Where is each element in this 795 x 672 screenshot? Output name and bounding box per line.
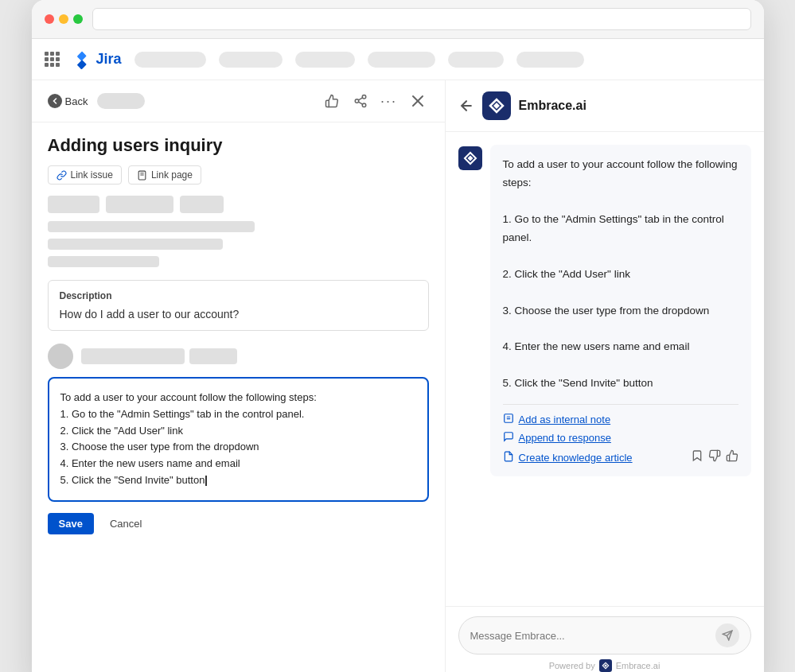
close-dot[interactable] xyxy=(45,14,54,24)
ai-response-step-2: 2. Click the "Add User" link xyxy=(60,425,183,437)
response-actions: Save Cancel xyxy=(48,513,429,534)
maximize-dot[interactable] xyxy=(73,14,83,24)
meta-row-2 xyxy=(48,239,223,250)
chat-input-area: Powered by Embrace.ai xyxy=(446,606,764,672)
left-panel: Back ··· xyxy=(32,80,446,672)
meta-row-3 xyxy=(48,256,159,267)
share-icon xyxy=(353,94,368,108)
append-response-button[interactable]: Append to response xyxy=(503,431,738,445)
commenter-avatar xyxy=(48,344,73,369)
chat-header: Embrace.ai xyxy=(446,80,764,132)
send-icon xyxy=(722,630,733,641)
chat-messages: To add a user to your account follow the… xyxy=(446,132,764,606)
ai-bot-icon xyxy=(458,146,482,170)
jira-logo-text: Jira xyxy=(96,51,122,68)
meta-pills xyxy=(48,196,429,213)
description-label: Description xyxy=(60,290,417,301)
close-icon xyxy=(411,95,424,107)
comment-pills xyxy=(81,344,237,369)
thumbs-up-button[interactable] xyxy=(321,90,343,112)
nav-item-3[interactable] xyxy=(295,52,355,68)
article-icon-svg xyxy=(503,451,514,462)
breadcrumb-pill xyxy=(97,93,145,109)
ai-response-intro: To add a user to your account follow the… xyxy=(60,391,317,403)
bookmark-button[interactable] xyxy=(691,449,703,465)
powered-by-row: Powered by Embrace.ai xyxy=(458,655,751,672)
ai-response-step-1: 1. Go to the "Admin Settings" tab in the… xyxy=(60,408,305,420)
meta-pill-3 xyxy=(180,196,224,213)
minimize-dot[interactable] xyxy=(59,14,68,24)
svg-line-4 xyxy=(358,98,362,100)
link-buttons-row: Link issue Link page xyxy=(48,165,429,185)
thumbs-down-button[interactable] xyxy=(708,449,721,465)
browser-window: Jira Back xyxy=(32,0,764,672)
msg-step-5: 5. Click the "Send Invite" button xyxy=(503,377,653,389)
msg-step-4: 4. Enter the new users name and email xyxy=(503,340,690,352)
nav-item-6[interactable] xyxy=(516,52,584,68)
note-icon-svg xyxy=(503,413,514,424)
append-icon-svg xyxy=(503,431,514,442)
cancel-button[interactable]: Cancel xyxy=(102,513,150,534)
add-internal-note-button[interactable]: Add as internal note xyxy=(503,413,738,426)
ai-response-step-4: 4. Enter the new users name and email xyxy=(60,457,240,469)
jira-logo[interactable]: Jira xyxy=(72,50,122,69)
powered-by-brand: Embrace.ai xyxy=(616,661,661,670)
ai-response-edit-box[interactable]: To add a user to your account follow the… xyxy=(48,377,429,502)
address-bar[interactable] xyxy=(92,8,751,30)
link-icon xyxy=(57,170,67,181)
nav-item-4[interactable] xyxy=(368,52,435,68)
ai-message-text: To add a user to your account follow the… xyxy=(503,156,738,393)
powered-by-text: Powered by xyxy=(549,661,595,670)
comment-area xyxy=(48,344,429,369)
issue-body: Adding users inquiry Link issue Link pag… xyxy=(32,122,445,672)
create-article-label: Create knowledge article xyxy=(519,452,633,464)
chat-brand-name: Embrace.ai xyxy=(519,99,587,113)
bookmark-icon xyxy=(691,449,703,462)
text-cursor xyxy=(205,476,207,486)
jira-logo-icon xyxy=(72,50,92,69)
powered-by-logo-icon xyxy=(599,659,612,672)
meta-row-1 xyxy=(48,221,255,232)
msg-step-1: 1. Go to the "Admin Settings" tab in the… xyxy=(503,213,724,243)
message-input-row xyxy=(458,616,751,655)
nav-item-1[interactable] xyxy=(134,52,206,68)
thumbs-up-chat-button[interactable] xyxy=(726,449,738,465)
browser-dots xyxy=(45,14,83,24)
link-issue-button[interactable]: Link issue xyxy=(48,165,122,185)
nav-item-2[interactable] xyxy=(219,52,283,68)
description-text: How do I add a user to our account? xyxy=(60,308,417,320)
message-input[interactable] xyxy=(470,630,715,642)
create-knowledge-article-button[interactable]: Create knowledge article xyxy=(503,451,633,464)
back-arrow-icon xyxy=(52,98,58,104)
back-label: Back xyxy=(65,95,88,107)
close-button[interactable] xyxy=(407,90,429,112)
back-circle-icon xyxy=(48,94,62,108)
ellipsis-icon: ··· xyxy=(380,93,397,110)
browser-topbar xyxy=(32,0,764,39)
link-page-button[interactable]: Link page xyxy=(128,165,201,185)
back-button[interactable]: Back xyxy=(48,94,88,108)
comment-pill-2 xyxy=(189,348,237,364)
ai-response-step-5: 5. Click the "Send Invite" button xyxy=(60,474,208,486)
more-options-button[interactable]: ··· xyxy=(378,90,400,112)
create-article-row: Create knowledge article xyxy=(503,449,738,465)
nav-item-5[interactable] xyxy=(448,52,504,68)
article-icon xyxy=(503,451,514,464)
right-panel: Embrace.ai To add a user to your account… xyxy=(446,80,764,672)
ai-message-row: To add a user to your account follow the… xyxy=(458,145,751,486)
send-button[interactable] xyxy=(715,623,739,647)
msg-intro: To add a user to your account follow the… xyxy=(503,158,738,188)
append-icon xyxy=(503,431,514,445)
message-actions: Add as internal note Append to response xyxy=(503,404,738,465)
comment-pill-1 xyxy=(81,348,185,364)
svg-line-3 xyxy=(358,102,362,104)
share-button[interactable] xyxy=(349,90,372,112)
chat-back-button[interactable] xyxy=(458,98,474,114)
append-response-label: Append to response xyxy=(519,432,611,444)
ai-message-card: To add a user to your account follow the… xyxy=(490,145,751,476)
link-page-label: Link page xyxy=(151,169,193,181)
add-internal-note-label: Add as internal note xyxy=(519,414,611,425)
app-grid-icon[interactable] xyxy=(45,52,60,67)
link-issue-label: Link issue xyxy=(71,169,113,181)
save-button[interactable]: Save xyxy=(48,513,94,534)
